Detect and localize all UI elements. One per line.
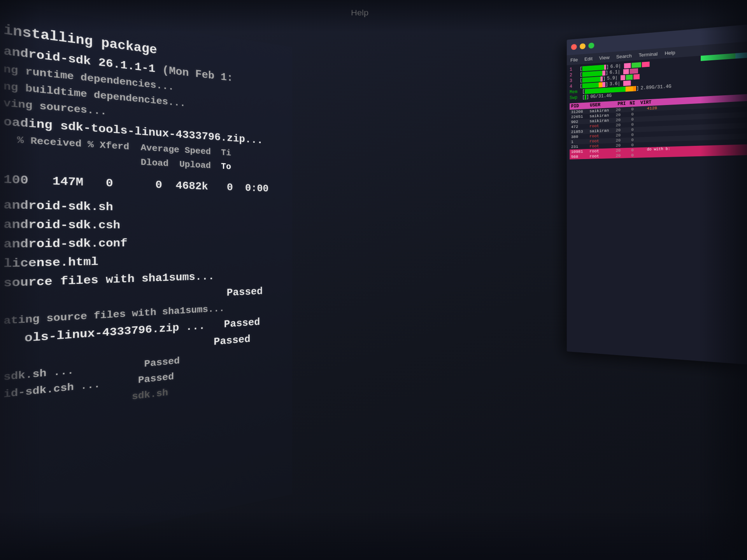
proc-ni-5: 0	[631, 127, 644, 132]
menu-edit[interactable]: Edit	[584, 56, 593, 61]
proc-pid-5: 21853	[571, 129, 587, 134]
proc-extra-9: do with b:	[647, 147, 670, 152]
cpu-bar-4-green	[582, 82, 599, 88]
cpu-right-bars-3	[621, 74, 640, 80]
menu-terminal[interactable]: Terminal	[638, 51, 658, 58]
htop-area: 1 [ ] 6.0| 2 [ ] 6.1|	[567, 51, 747, 366]
close-button[interactable]	[571, 44, 577, 50]
cpu-label-2: 2	[570, 72, 580, 78]
cpu-bar-2-green	[582, 71, 603, 77]
proc-cpu-1: 4128	[647, 106, 661, 111]
proc-pri-7: 20	[616, 138, 629, 143]
header-pri: PRI	[617, 101, 626, 107]
help-menu-label[interactable]: Help	[351, 8, 368, 18]
cpu-right-bars-4	[623, 80, 631, 86]
cpu-val-3: 5.9|	[607, 75, 618, 81]
screen: Help installing package android-sdk 26.1…	[0, 0, 747, 560]
proc-pri-1: 20	[616, 107, 629, 112]
proc-ni-7: 0	[631, 137, 644, 142]
mem-bar-orange	[633, 86, 636, 91]
proc-pri-4: 20	[616, 122, 629, 128]
proc-ni-2: 0	[631, 112, 644, 117]
proc-user-5: saikiran	[589, 128, 614, 133]
proc-pid-10: 568	[571, 154, 587, 159]
proc-pri-9: 20	[616, 148, 629, 153]
cpu-right-bars-2	[623, 68, 638, 75]
cpu-val-1: 6.0|	[610, 64, 621, 70]
cpu-label-1: 1	[570, 66, 580, 72]
proc-user-8: root	[589, 144, 614, 149]
maximize-button[interactable]	[588, 42, 594, 49]
menu-search[interactable]: Search	[616, 53, 632, 60]
traffic-lights	[571, 42, 594, 50]
proc-pid-3: 902	[571, 119, 587, 124]
proc-pri-2: 20	[616, 112, 629, 117]
proc-ni-8: 0	[631, 142, 644, 147]
cpu-val-2: 6.1|	[610, 70, 621, 75]
terminal-left: installing package android-sdk 26.1.1-1 …	[0, 0, 292, 560]
proc-pid-2: 22651	[571, 114, 587, 119]
proc-ni-3: 0	[631, 117, 644, 122]
minimize-button[interactable]	[580, 43, 586, 49]
proc-ni-4: 0	[631, 122, 644, 127]
proc-pri-3: 20	[616, 117, 629, 122]
proc-pri-10: 20	[616, 153, 629, 158]
proc-pri-5: 20	[616, 128, 629, 133]
mem-label: Mem	[570, 89, 582, 95]
cpu-val-4: 3.6|	[610, 81, 621, 87]
header-ni: NI	[630, 101, 637, 106]
proc-pri-8: 20	[616, 143, 629, 148]
menu-help[interactable]: Help	[665, 49, 675, 56]
swp-label: Swp	[570, 95, 582, 101]
cpu-bar-1-green	[582, 65, 604, 72]
header-virt: VIRT	[640, 100, 652, 106]
proc-ni-10: 0	[631, 153, 644, 158]
header-pid: PID	[571, 103, 586, 109]
proc-pid-1: 31208	[571, 109, 587, 114]
swp-val: 0G/31.4G	[590, 93, 612, 100]
proc-user-4: root	[589, 123, 614, 129]
header-user: USER	[590, 102, 614, 108]
proc-ni-6: 0	[631, 132, 644, 137]
proc-pid-9: 10981	[571, 149, 587, 154]
proc-section: PID USER PRI NI VIRT RES 31208 saikiran …	[570, 93, 747, 159]
cpu-bar-3-green	[582, 77, 601, 83]
proc-ni-9: 0	[631, 148, 644, 152]
terminal-right: File Edit View Search Terminal Help 1 [ …	[567, 23, 747, 366]
cpu-bar-4-pink	[602, 82, 605, 87]
proc-pid-4: 472	[571, 124, 587, 130]
cpu-bar-4-yellow	[599, 82, 602, 88]
proc-pid-6: 380	[571, 134, 587, 139]
proc-user-9: root	[589, 149, 614, 154]
cpu-label-3: 3	[570, 78, 580, 83]
menu-view[interactable]: View	[599, 54, 610, 61]
cpu-bar-2-pink	[602, 70, 605, 75]
mem-bar-yellow	[626, 86, 633, 92]
term-line-10: android-sdk.sh	[4, 195, 275, 218]
proc-user-10: root	[589, 154, 614, 159]
proc-user-6: root	[589, 133, 614, 138]
proc-pri-6: 20	[616, 133, 629, 137]
menu-file[interactable]: File	[570, 57, 578, 63]
proc-user-7: root	[589, 138, 614, 144]
cpu-label-4: 4	[570, 84, 580, 89]
term-line-11: android-sdk.csh	[4, 215, 275, 234]
proc-pid-7: 1	[571, 139, 587, 144]
proc-pid-8: 231	[571, 144, 587, 149]
proc-ni-1: 0	[631, 107, 644, 112]
